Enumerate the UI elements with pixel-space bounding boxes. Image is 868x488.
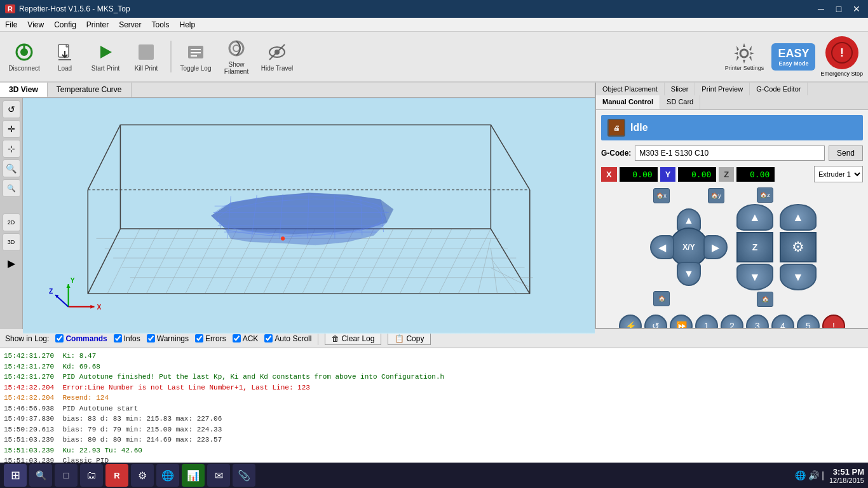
move-y-minus-button[interactable]: ▼ bbox=[677, 262, 701, 286]
outlook-button[interactable]: ✉ bbox=[207, 464, 230, 487]
toolbar-right: Printer Settings EASY Easy Mode ! Emerge… bbox=[722, 36, 863, 77]
easy-badge: EASY bbox=[778, 47, 809, 60]
filter-commands[interactable]: Commands bbox=[55, 334, 107, 343]
load-button[interactable]: Load bbox=[46, 34, 84, 79]
home-z-top-button[interactable]: 🏠z bbox=[757, 187, 773, 203]
home-x-button[interactable]: 🏠x bbox=[653, 188, 670, 203]
action-icon-7[interactable]: 4 bbox=[771, 315, 794, 328]
easy-mode-button[interactable]: EASY Easy Mode bbox=[771, 43, 815, 71]
start-print-button[interactable]: Start Print bbox=[86, 34, 125, 79]
home-y-button[interactable]: 🏠y bbox=[708, 188, 724, 203]
filter-ack[interactable]: ACK bbox=[233, 334, 259, 343]
viewport-area: 3D View Temperature Curve ↺ ✛ ⊹ 🔍 🔍 2D 3… bbox=[0, 83, 595, 328]
action-icon-2[interactable]: ↺ bbox=[644, 315, 667, 328]
tab-sd-card[interactable]: SD Card bbox=[660, 95, 700, 109]
tab-3d-view[interactable]: 3D View bbox=[0, 83, 48, 97]
menu-file[interactable]: File bbox=[0, 19, 22, 30]
menu-view[interactable]: View bbox=[22, 19, 49, 30]
extruder-plus-button[interactable]: ▲ bbox=[780, 204, 817, 231]
tab-manual-control[interactable]: Manual Control bbox=[596, 95, 660, 109]
eye-icon bbox=[267, 42, 287, 62]
tab-gcode-editor[interactable]: G-Code Editor bbox=[750, 83, 808, 95]
toggle-log-button[interactable]: Toggle Log bbox=[177, 34, 215, 79]
action-icon-9[interactable]: ! bbox=[822, 315, 845, 328]
browser-button[interactable]: 🌐 bbox=[156, 464, 179, 487]
disconnect-button[interactable]: Disconnect bbox=[5, 34, 43, 79]
task-view-button[interactable]: □ bbox=[55, 464, 78, 487]
move-z-plus-button[interactable]: ▲ bbox=[736, 204, 773, 231]
log-line: 15:42:31.270 Kd: 69.68 bbox=[4, 362, 864, 372]
gcode-row: G-Code: Send bbox=[601, 146, 863, 161]
play-icon bbox=[95, 42, 116, 62]
printer-settings-button[interactable]: Printer Settings bbox=[722, 42, 766, 71]
tab-object-placement[interactable]: Object Placement bbox=[596, 83, 665, 95]
move-x-minus-button[interactable]: ◀ bbox=[650, 235, 674, 259]
zoom-in-button[interactable]: 🔍 bbox=[3, 159, 20, 177]
pan-button[interactable]: ✛ bbox=[3, 120, 20, 138]
xy-center[interactable]: X/Y bbox=[669, 227, 709, 267]
menu-help[interactable]: Help bbox=[175, 19, 201, 30]
viewport-left-toolbar: ↺ ✛ ⊹ 🔍 🔍 2D 3D ▶ bbox=[0, 98, 23, 334]
tab-print-preview[interactable]: Print Preview bbox=[695, 83, 750, 95]
move-x-plus-button[interactable]: ▶ bbox=[703, 235, 728, 259]
show-filament-button[interactable]: Show Filament bbox=[217, 34, 255, 79]
copy-log-button[interactable]: 📋 Copy bbox=[388, 332, 431, 345]
view-3d-button[interactable]: 3D bbox=[3, 233, 20, 251]
3d-viewport[interactable]: X Y Z bbox=[23, 98, 595, 334]
network-icon[interactable]: 🌐 bbox=[795, 470, 806, 480]
volume-icon[interactable]: 🔊 bbox=[808, 470, 819, 480]
action-icon-3[interactable]: ⏩ bbox=[670, 315, 693, 328]
menu-server[interactable]: Server bbox=[114, 19, 146, 30]
move-z-minus-button[interactable]: ▼ bbox=[736, 264, 773, 290]
filter-warnings[interactable]: Warnings bbox=[147, 334, 189, 343]
system-clock[interactable]: 3:51 PM 12/18/2015 bbox=[829, 467, 864, 484]
menu-config[interactable]: Config bbox=[49, 19, 81, 30]
log-line: 15:42:31.270 PID Autotune finished! Put … bbox=[4, 372, 864, 383]
gear-icon bbox=[733, 42, 756, 65]
log-line: 15:42:31.270 Ki: 8.47 bbox=[4, 351, 864, 362]
filter-autoscroll[interactable]: Auto Scroll bbox=[264, 334, 311, 343]
hide-travel-button[interactable]: Hide Travel bbox=[258, 34, 296, 79]
tab-temperature-curve[interactable]: Temperature Curve bbox=[48, 83, 132, 97]
excel-button[interactable]: 📊 bbox=[182, 464, 205, 487]
search-button[interactable]: 🔍 bbox=[29, 464, 52, 487]
window-controls[interactable]: ─ □ ✕ bbox=[815, 4, 863, 14]
settings-taskbar-button[interactable]: ⚙ bbox=[131, 464, 154, 487]
home-xy-button[interactable]: 🏠 bbox=[653, 291, 670, 306]
filter-infos[interactable]: Infos bbox=[114, 334, 140, 343]
close-button[interactable]: ✕ bbox=[850, 4, 863, 14]
action-icon-6[interactable]: 3 bbox=[746, 315, 769, 328]
send-button[interactable]: Send bbox=[829, 146, 863, 161]
minimize-button[interactable]: ─ bbox=[815, 4, 827, 14]
filter-errors[interactable]: Errors bbox=[195, 334, 226, 343]
maximize-button[interactable]: □ bbox=[832, 4, 845, 14]
app10-button[interactable]: 📎 bbox=[233, 464, 255, 487]
battery-icon: | bbox=[822, 470, 824, 480]
zoom-out-button[interactable]: 🔍 bbox=[3, 179, 20, 197]
home-z-bottom-button[interactable]: 🏠 bbox=[757, 292, 773, 307]
action-icon-5[interactable]: 2 bbox=[721, 315, 743, 328]
move-button[interactable]: ⊹ bbox=[3, 140, 20, 158]
action-icon-1[interactable]: ⚡ bbox=[619, 315, 642, 328]
title-bar: R Repetier-Host V1.5.6 - MKS_Top ─ □ ✕ bbox=[0, 0, 868, 18]
repetier-taskbar-button[interactable]: R bbox=[105, 464, 128, 487]
start-button[interactable]: ⊞ bbox=[4, 464, 27, 487]
expand-button[interactable]: ▶ bbox=[8, 257, 15, 269]
copy-log-label: Copy bbox=[406, 334, 424, 343]
file-explorer-button[interactable]: 🗂 bbox=[80, 464, 103, 487]
extruder-control-display[interactable]: ⚙ bbox=[780, 232, 817, 262]
clear-log-button[interactable]: 🗑 Clear Log bbox=[325, 332, 381, 345]
hide-travel-label: Hide Travel bbox=[261, 65, 294, 72]
action-icon-8[interactable]: 5 bbox=[797, 315, 820, 328]
action-icon-4[interactable]: 1 bbox=[695, 315, 718, 328]
view-2d-button[interactable]: 2D bbox=[3, 214, 20, 231]
rotate-button[interactable]: ↺ bbox=[3, 100, 20, 118]
tab-slicer[interactable]: Slicer bbox=[665, 83, 696, 95]
gcode-input[interactable] bbox=[635, 146, 825, 161]
menu-printer[interactable]: Printer bbox=[81, 19, 114, 30]
extruder-minus-button[interactable]: ▼ bbox=[780, 264, 817, 290]
kill-print-button[interactable]: Kill Print bbox=[127, 34, 165, 79]
extruder-select[interactable]: Extruder 1 Extruder 2 bbox=[814, 166, 863, 182]
emergency-stop-button[interactable]: ! bbox=[825, 36, 858, 69]
menu-tools[interactable]: Tools bbox=[147, 19, 175, 30]
